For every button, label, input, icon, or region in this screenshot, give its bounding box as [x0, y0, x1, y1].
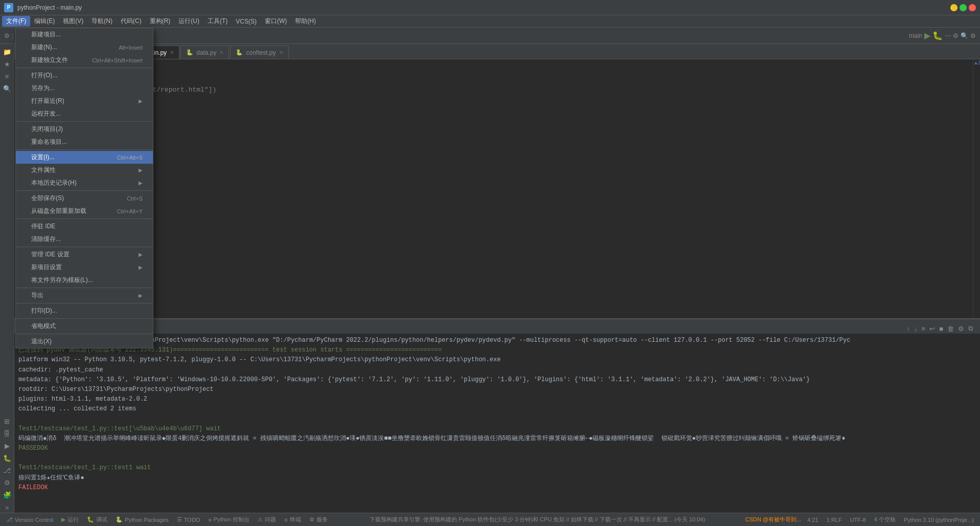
code-area[interactable]: import __pytest # pytest.main(["--html=r… — [35, 59, 973, 318]
dropdown-clear-cache[interactable]: 清除缓存... — [16, 233, 153, 246]
status-problems[interactable]: ⚠ 问题 — [256, 516, 278, 523]
sidebar-git-icon[interactable]: ⎇ — [2, 465, 13, 476]
menu-run[interactable]: 运行(U) — [174, 16, 203, 27]
dropdown-new[interactable]: 新建(N)... Alt+Insert — [16, 41, 153, 54]
menu-edit[interactable]: 编辑(E) — [30, 16, 59, 27]
dropdown-exit[interactable]: 退出(X) — [16, 335, 153, 348]
dropdown-save-as[interactable]: 另存为... — [16, 82, 153, 95]
sidebar-search-icon[interactable]: 🔍 — [2, 83, 13, 94]
dropdown-manage-ide[interactable]: 管理 IDE 设置 ▶ — [16, 248, 153, 261]
toolbar-more-icon[interactable]: ⋯ — [945, 32, 951, 39]
sidebar-debug-icon[interactable]: 🐛 — [2, 452, 13, 464]
panel-icon-down[interactable]: ↓ — [913, 324, 919, 334]
dropdown-new-project[interactable]: 新建项目... — [16, 28, 153, 41]
menu-window[interactable]: 窗口(W) — [261, 16, 291, 27]
sidebar-plugins-icon[interactable]: 🧩 — [2, 489, 13, 500]
dropdown-open[interactable]: 打开(O)... — [16, 69, 153, 82]
panel-icon-rerun[interactable]: ↩ — [928, 324, 936, 334]
dropdown-print[interactable]: 打印(D)... — [16, 304, 153, 317]
dropdown-open-recent[interactable]: 打开最近(R) ▶ — [16, 95, 153, 107]
status-python-version[interactable]: Python 3.10 (pythonProje...) — [902, 517, 976, 523]
dropdown-file-properties[interactable]: 文件属性 ▶ — [16, 164, 153, 177]
tab-label-data: data.py — [196, 49, 216, 56]
sidebar-project-icon[interactable]: 📁 — [2, 46, 13, 57]
dropdown-new-project-settings[interactable]: 新项目设置 ▶ — [16, 261, 153, 274]
bottom-panel: Debugger 控制台 ↑ ↓ ≡ ↩ ■ 🗑 ⚙ ⧉ C:\Users\13… — [14, 318, 980, 513]
console-line-10: 码编微消♠消δ 潮冲塔堂允谱描示举纲峰峰读昕鼠录◆限蛋4删消庆之倒烤搅摇遮斜就 … — [18, 434, 976, 444]
tab-close-data[interactable]: ✕ — [219, 50, 223, 55]
sidebar-database-icon[interactable]: 🗄 — [2, 428, 13, 439]
console-line-12: Test1/testcase/test_1.py::test1 wait — [18, 463, 976, 473]
menu-code[interactable]: 代码(C) — [117, 16, 146, 27]
close-button[interactable] — [969, 4, 976, 11]
dropdown-local-history[interactable]: 本地历史记录(H) ▶ — [16, 177, 153, 189]
editor-content[interactable]: 1 2 3 4 import __pytest # pytest.main(["… — [14, 59, 980, 318]
sidebar-terminal-icon[interactable]: ⊞ — [2, 415, 13, 427]
console-line-9: Test1/testcase/test_1.py::test[\u5bab\u4… — [18, 424, 976, 434]
maximize-button[interactable] — [960, 4, 967, 11]
run-button[interactable]: ▶ — [924, 31, 930, 40]
sidebar-more-icon[interactable]: » — [2, 501, 13, 513]
sidebar-settings-icon[interactable]: ⚙ — [2, 477, 13, 488]
dropdown-new-standalone[interactable]: 新建独立文件 Ctrl+Alt+Shift+Insert — [16, 54, 153, 67]
dropdown-export[interactable]: 导出 ▶ — [16, 289, 153, 302]
tab-datapy[interactable]: 🐍 data.py ✕ — [180, 46, 229, 59]
tab-close-main[interactable]: ✕ — [170, 50, 174, 55]
menu-view[interactable]: 视图(V) — [59, 16, 87, 27]
menu-tools[interactable]: 工具(T) — [203, 16, 232, 27]
dropdown-power-save[interactable]: 省电模式 — [16, 320, 153, 333]
dropdown-remote-dev[interactable]: 远程开发... — [16, 107, 153, 120]
console-line-blank-4 — [18, 502, 976, 512]
tab-conftestpy[interactable]: 🐍 conftest.py ✕ — [230, 46, 288, 59]
menu-vcs[interactable]: VCS(S) — [232, 17, 261, 26]
status-run[interactable]: ▶ 运行 — [59, 516, 81, 523]
panel-icon-filter[interactable]: ≡ — [921, 324, 927, 334]
panel-external-icon[interactable]: ⧉ — [967, 323, 974, 334]
status-encoding[interactable]: UTF-8 — [848, 517, 868, 523]
menu-file[interactable]: 文件(F) — [2, 16, 30, 27]
dropdown-save-as-template[interactable]: 将文件另存为模板(L)... — [16, 274, 153, 287]
dropdown-dock-ide[interactable]: 停驻 IDE — [16, 220, 153, 233]
status-position[interactable]: 4:21 — [805, 517, 820, 523]
separator-1 — [16, 68, 153, 68]
menu-navigate[interactable]: 导航(N) — [87, 16, 117, 27]
console-line-15: ================================ FAILURE… — [18, 512, 976, 513]
panel-icon-up[interactable]: ↑ — [906, 324, 911, 334]
toolbar-settings-icon[interactable]: ⚙ — [4, 32, 10, 39]
status-todo[interactable]: ☰ TODO — [175, 516, 202, 523]
status-terminal[interactable]: ≡ 终端 — [282, 516, 303, 523]
dropdown-settings[interactable]: 设置(I)... Ctrl+Alt+S — [16, 151, 153, 164]
status-python-packages[interactable]: 🐍 Python Packages — [113, 516, 171, 523]
minimize-button[interactable] — [950, 4, 958, 11]
dropdown-reload-all[interactable]: 从磁盘全部重新加载 Ctrl+Alt+Y — [16, 205, 153, 217]
console-line-blank-3 — [18, 493, 976, 502]
dropdown-close-project[interactable]: 关闭项目(J) — [16, 123, 153, 136]
python-packages-icon: 🐍 — [116, 516, 123, 523]
sidebar-bookmark-icon[interactable]: ★ — [2, 58, 13, 70]
dropdown-rename-project[interactable]: 重命名项目... — [16, 136, 153, 148]
tab-close-conftest[interactable]: ✕ — [279, 50, 283, 55]
status-python-console[interactable]: ≡ Python 控制台 — [206, 516, 252, 523]
dropdown-save-all[interactable]: 全部保存(S) Ctrl+S — [16, 192, 153, 205]
menu-help[interactable]: 帮助(H) — [291, 16, 320, 27]
status-version-control[interactable]: ⎇ Version Control — [4, 516, 55, 523]
menu-refactor[interactable]: 重构(R) — [146, 16, 175, 27]
toolbar-gear-icon[interactable]: ⚙ — [953, 32, 959, 39]
status-rlf[interactable]: 1:RLF — [825, 517, 844, 523]
separator-2 — [16, 121, 153, 122]
toolbar-search-icon[interactable]: 🔍 — [961, 32, 968, 39]
status-indent[interactable]: 4 个空格 — [872, 516, 898, 523]
panel-content[interactable]: C:\Users\13731\PycharmProjects\pythonPro… — [14, 334, 980, 513]
debug-button[interactable]: 🐛 — [932, 31, 943, 40]
main-layout: 📁 ★ ≡ 🔍 ⊞ 🗄 ▶ 🐛 ⎇ ⚙ 🧩 » 新建项目... 新建(N)...… — [0, 44, 980, 513]
toolbar-settings2-icon[interactable]: ⚙ — [970, 32, 976, 39]
panel-icon-clear[interactable]: 🗑 — [946, 324, 955, 334]
todo-icon: ☰ — [177, 516, 182, 523]
panel-icon-stop[interactable]: ■ — [938, 324, 944, 334]
sidebar-structure-icon[interactable]: ≡ — [2, 71, 13, 82]
status-services[interactable]: ⚙ 服务 — [307, 516, 330, 523]
status-debug[interactable]: 🐛 调试 — [85, 516, 109, 523]
sidebar-run-icon[interactable]: ▶ — [2, 440, 13, 451]
console-line-5: metadata: {'Python': '3.10.5', 'Platform… — [18, 375, 976, 385]
panel-gear-icon[interactable]: ⚙ — [957, 324, 965, 334]
